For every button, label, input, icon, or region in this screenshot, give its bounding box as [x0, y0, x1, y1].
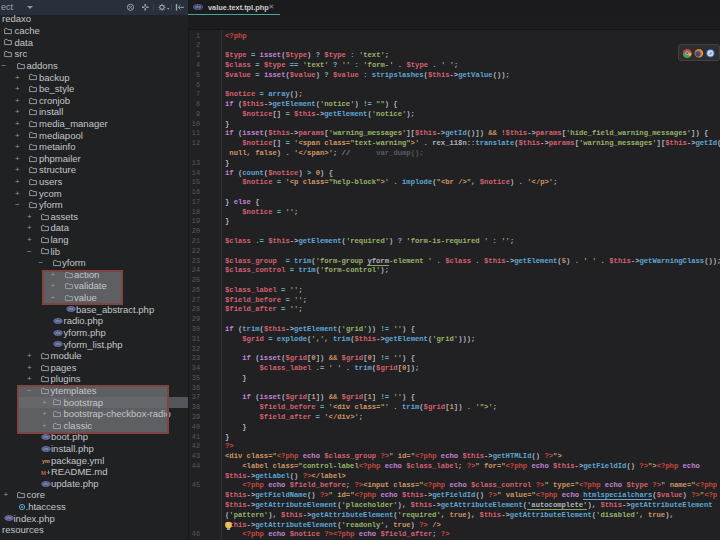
svg-text:php: php — [55, 331, 60, 335]
svg-text:php: php — [43, 482, 48, 486]
svg-text:php: php — [43, 447, 48, 451]
svg-text:php: php — [55, 342, 60, 346]
svg-text:php: php — [55, 319, 60, 323]
svg-text:php: php — [195, 5, 201, 9]
svg-text:M: M — [41, 469, 46, 475]
svg-text:php: php — [43, 435, 48, 439]
svg-text:php: php — [6, 517, 11, 521]
svg-text:php: php — [68, 308, 73, 312]
svg-text:ym: ym — [42, 457, 50, 463]
